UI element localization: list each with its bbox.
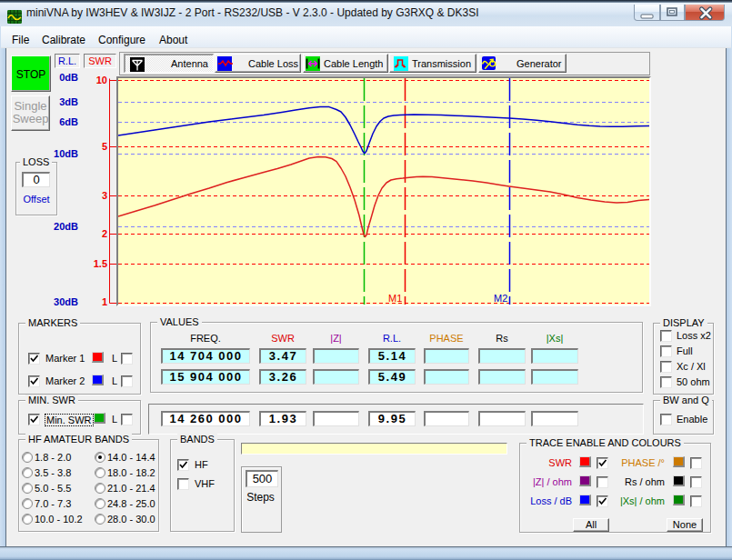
svg-text:M1: M1: [388, 293, 402, 304]
svg-text:M2: M2: [494, 293, 507, 304]
